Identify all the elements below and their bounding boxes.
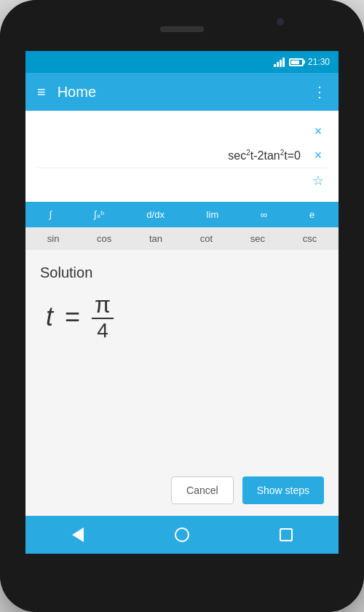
battery-icon [289, 58, 304, 66]
cancel-button[interactable]: Cancel [171, 476, 234, 504]
phone-bottom-bezel [0, 554, 364, 612]
key-sin[interactable]: sin [43, 232, 64, 246]
keyboard-row2: sin cos tan cot sec csc [25, 227, 339, 250]
toolbar-btn-integral[interactable]: ∫ [45, 208, 57, 221]
recent-icon [280, 528, 293, 541]
solution-buttons: Cancel Show steps [40, 476, 324, 504]
phone-speaker [160, 26, 204, 32]
recent-button[interactable] [272, 520, 301, 549]
key-cot[interactable]: cot [196, 232, 217, 246]
phone-top-bezel [0, 0, 364, 51]
back-icon [72, 527, 84, 542]
main-content: × sec2t-2tan2t=0 × ☆ ∫ ∫ₐᵇ d/dx lim ∞ e [25, 111, 339, 516]
star-row: ☆ [37, 168, 327, 193]
key-csc[interactable]: csc [298, 232, 322, 246]
hamburger-icon[interactable]: ≡ [37, 85, 46, 99]
equation-text: sec2t-2tan2t=0 [37, 149, 309, 162]
empty-row: × [37, 119, 327, 144]
app-bar: ≡ Home ⋮ [25, 73, 339, 111]
star-icon[interactable]: ☆ [309, 173, 327, 189]
input-area: × sec2t-2tan2t=0 × ☆ [25, 111, 339, 202]
status-time: 21:30 [308, 57, 330, 67]
back-button[interactable] [63, 520, 92, 549]
show-steps-button[interactable]: Show steps [242, 476, 324, 504]
more-icon[interactable]: ⋮ [312, 83, 327, 101]
solution-panel: Solution t = π 4 Cancel Show steps [25, 250, 339, 516]
equation-row: sec2t-2tan2t=0 × [37, 144, 327, 168]
app-title: Home [58, 84, 312, 101]
battery-fill [291, 60, 299, 64]
fraction: π 4 [92, 293, 114, 341]
signal-icon [274, 57, 285, 67]
signal-bar-4 [282, 58, 285, 67]
keyboard-toolbar: ∫ ∫ₐᵇ d/dx lim ∞ e [25, 202, 339, 227]
phone-screen: 21:30 ≡ Home ⋮ × sec2t-2tan2t=0 × [25, 51, 339, 554]
toolbar-btn-infinity[interactable]: ∞ [256, 208, 272, 221]
fraction-numerator: π [95, 293, 111, 316]
toolbar-btn-limit[interactable]: lim [202, 208, 223, 221]
close-icon-1[interactable]: × [309, 124, 327, 139]
toolbar-btn-euler[interactable]: e [305, 208, 319, 221]
math-variable: t [46, 302, 53, 332]
close-icon-2[interactable]: × [309, 148, 327, 163]
key-tan[interactable]: tan [145, 232, 167, 246]
signal-bar-2 [277, 62, 279, 67]
status-bar-right: 21:30 [274, 57, 330, 67]
toolbar-btn-definite-integral[interactable]: ∫ₐᵇ [90, 208, 109, 221]
fraction-denominator: 4 [97, 321, 108, 341]
phone-frame: 21:30 ≡ Home ⋮ × sec2t-2tan2t=0 × [0, 0, 364, 612]
phone-camera [277, 18, 284, 26]
home-button[interactable] [167, 520, 197, 549]
key-sec[interactable]: sec [246, 232, 269, 246]
solution-math: t = π 4 [40, 293, 324, 341]
solution-title: Solution [40, 264, 324, 281]
key-cos[interactable]: cos [92, 232, 116, 246]
home-icon [175, 527, 189, 542]
signal-bar-1 [274, 64, 276, 67]
status-bar: 21:30 [25, 51, 339, 73]
math-equals: = [65, 302, 80, 332]
signal-bar-3 [280, 60, 282, 67]
nav-bar [25, 516, 339, 554]
toolbar-btn-derivative[interactable]: d/dx [142, 208, 169, 221]
